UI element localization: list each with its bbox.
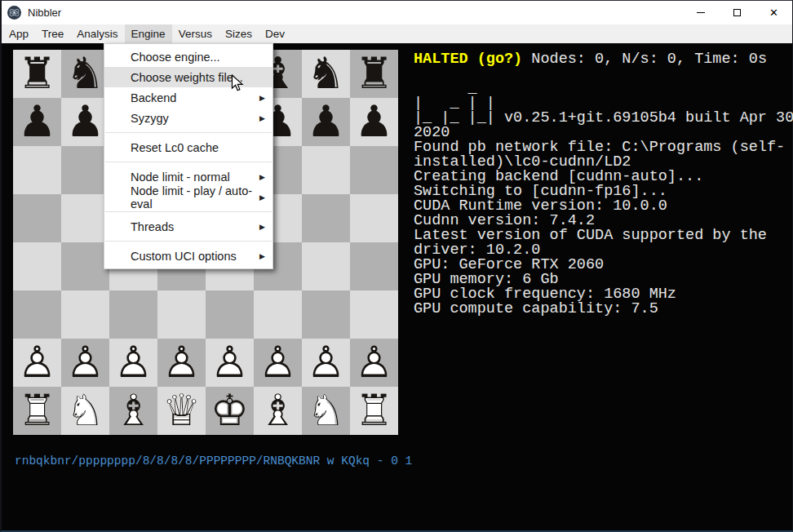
mouse-cursor	[231, 74, 246, 92]
engine-output: HALTED (go?) Nodes: 0, N/s: 0, Time: 0s …	[414, 52, 787, 317]
square-d2[interactable]: ♟♙	[157, 339, 206, 387]
square-a4[interactable]	[13, 242, 61, 290]
piece-white-p: ♙	[157, 339, 206, 387]
menubar-item-engine[interactable]: Engine	[125, 24, 172, 43]
window-title: Nibbler	[28, 7, 61, 19]
menu-item-label: Node limit - play / auto-eval	[131, 184, 259, 211]
menu-item-syzygy[interactable]: Syzygy▶	[104, 108, 272, 128]
square-h6[interactable]	[350, 146, 398, 194]
piece-black-p: ♟	[61, 98, 109, 146]
square-c1[interactable]: ♝♗	[109, 387, 157, 435]
piece-white-p: ♙	[206, 339, 254, 387]
piece-white-p: ♙	[350, 339, 398, 387]
menu-item-backend[interactable]: Backend▶	[104, 87, 272, 108]
close-icon: ✕	[769, 7, 778, 18]
window-controls: ✕	[682, 1, 792, 24]
square-b5[interactable]	[61, 194, 109, 242]
menu-item-threads[interactable]: Threads▶	[104, 216, 272, 237]
square-h8[interactable]: ♜	[350, 50, 398, 98]
menubar-item-app[interactable]: App	[2, 24, 35, 43]
engine-status-badge: HALTED (go?)	[414, 51, 522, 68]
piece-white-r: ♖	[13, 387, 61, 435]
square-b4[interactable]	[61, 242, 109, 290]
square-b3[interactable]	[61, 290, 109, 339]
menu-item-node-limit-play-auto-eval[interactable]: Node limit - play / auto-eval▶	[104, 187, 272, 207]
menu-item-custom-uci-options[interactable]: Custom UCI options▶	[104, 246, 272, 266]
square-g3[interactable]	[302, 290, 350, 339]
square-f1[interactable]: ♝♗	[254, 387, 302, 435]
square-g2[interactable]: ♟♙	[302, 339, 350, 387]
square-g6[interactable]	[302, 146, 350, 194]
square-g1[interactable]: ♞♘	[302, 387, 350, 435]
menubar-item-sizes[interactable]: Sizes	[219, 24, 259, 43]
square-a2[interactable]: ♟♙	[13, 339, 61, 387]
square-a8[interactable]: ♜	[13, 50, 61, 98]
menu-item-reset-lc0-cache[interactable]: Reset Lc0 cache	[104, 137, 272, 157]
menu-item-label: Custom UCI options	[131, 250, 237, 263]
square-b2[interactable]: ♟♙	[61, 339, 109, 387]
square-b1[interactable]: ♞♘	[61, 387, 109, 435]
square-g4[interactable]	[302, 242, 350, 290]
submenu-arrow-icon: ▶	[259, 114, 265, 122]
square-d1[interactable]: ♛♕	[157, 387, 206, 435]
menu-item-choose-weights-file[interactable]: Choose weights file...	[104, 67, 272, 87]
square-g5[interactable]	[302, 194, 350, 242]
piece-white-n: ♘	[302, 387, 350, 435]
minimize-button[interactable]	[682, 1, 719, 24]
square-b6[interactable]	[61, 146, 109, 194]
menu-bar: AppTreeAnalysisEngineVersusSizesDev	[2, 24, 792, 43]
close-button[interactable]: ✕	[755, 1, 792, 24]
square-h5[interactable]	[350, 194, 398, 242]
title-bar: Nibbler ✕	[2, 1, 792, 24]
square-b8[interactable]: ♞	[61, 50, 109, 98]
piece-white-k: ♔	[206, 387, 254, 435]
menu-item-label: Threads	[131, 220, 174, 233]
square-c3[interactable]	[109, 290, 157, 339]
square-a5[interactable]	[13, 194, 61, 242]
square-c2[interactable]: ♟♙	[109, 339, 157, 387]
square-f3[interactable]	[254, 290, 302, 339]
square-h7[interactable]: ♟	[350, 98, 398, 146]
square-a1[interactable]: ♜♖	[13, 387, 61, 435]
square-e3[interactable]	[206, 290, 254, 339]
piece-white-p: ♙	[254, 339, 302, 387]
piece-white-r: ♖	[350, 387, 398, 435]
square-a7[interactable]: ♟	[13, 98, 61, 146]
square-h2[interactable]: ♟♙	[350, 339, 398, 387]
square-e1[interactable]: ♚♔	[206, 387, 254, 435]
piece-black-n: ♞	[61, 50, 109, 98]
square-g7[interactable]: ♟	[302, 98, 350, 146]
square-e2[interactable]: ♟♙	[206, 339, 254, 387]
menu-separator	[105, 132, 272, 133]
square-d3[interactable]	[157, 290, 206, 339]
minimize-icon	[697, 12, 705, 13]
square-h3[interactable]	[350, 290, 398, 339]
piece-white-p: ♙	[302, 339, 350, 387]
menubar-item-analysis[interactable]: Analysis	[70, 24, 124, 43]
piece-black-p: ♟	[13, 98, 61, 146]
piece-black-p: ♟	[302, 98, 350, 146]
menu-item-label: Reset Lc0 cache	[131, 141, 219, 154]
square-a6[interactable]	[13, 146, 61, 194]
square-f2[interactable]: ♟♙	[254, 339, 302, 387]
menubar-item-versus[interactable]: Versus	[172, 24, 219, 43]
submenu-arrow-icon: ▶	[259, 193, 265, 202]
menubar-item-tree[interactable]: Tree	[35, 24, 70, 43]
menu-item-label: Node limit - normal	[131, 171, 230, 184]
piece-white-n: ♘	[61, 387, 109, 435]
app-icon	[7, 6, 21, 20]
menubar-item-dev[interactable]: Dev	[259, 24, 291, 43]
square-b7[interactable]: ♟	[61, 98, 109, 146]
maximize-button[interactable]	[719, 1, 755, 24]
engine-log-line: GPU compute capability: 7.5	[414, 302, 787, 317]
square-g8[interactable]: ♞	[302, 50, 350, 98]
square-h1[interactable]: ♜♖	[350, 387, 398, 435]
square-h4[interactable]	[350, 242, 398, 290]
menu-item-choose-engine[interactable]: Choose engine...	[104, 47, 272, 67]
submenu-arrow-icon: ▶	[259, 223, 265, 231]
menu-item-label: Syzygy	[131, 112, 169, 125]
engine-log-line: |_ |_ |_| v0.25.1+git.69105b4 built Apr …	[414, 111, 787, 126]
square-a3[interactable]	[13, 290, 61, 339]
piece-white-b: ♗	[109, 387, 157, 435]
menu-separator	[105, 241, 272, 242]
